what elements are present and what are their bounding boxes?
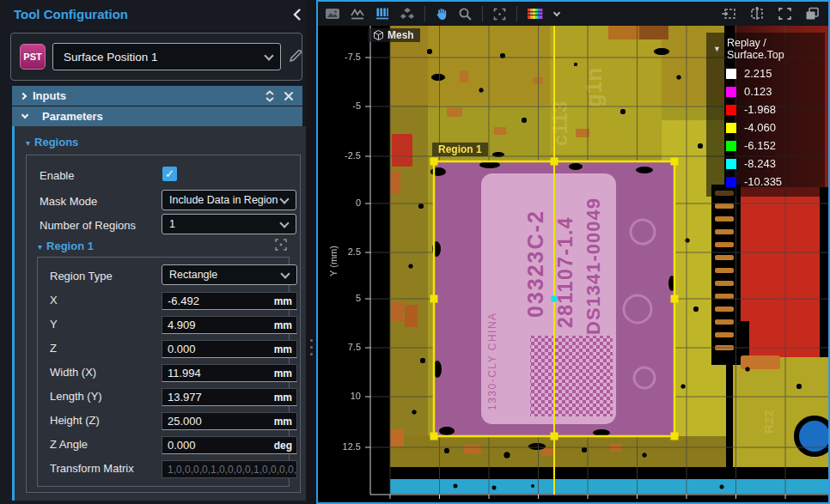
parameters-section-header[interactable]: Parameters — [12, 106, 302, 126]
tool-select-value: Surface Position 1 — [64, 51, 264, 64]
legend-entry: 2.215 — [713, 64, 818, 82]
snap-region-left-icon[interactable] — [721, 7, 736, 21]
pencil-icon[interactable] — [288, 48, 303, 67]
color-swatch — [726, 159, 736, 169]
x-field[interactable]: -6.492mm — [162, 292, 297, 310]
color-swatch — [726, 123, 736, 133]
svg-text:g1n: g1n — [581, 68, 607, 107]
y-axis-label: Y (mm) — [328, 235, 339, 287]
region1-group-box: Region Type Rectangle X -6.492mm Y 4.909… — [37, 257, 290, 487]
mask-mode-label: Mask Mode — [40, 195, 97, 208]
expand-all-icon[interactable] — [265, 90, 275, 102]
mesh-layer-chip[interactable]: Mesh — [368, 28, 420, 42]
length-field[interactable]: 13.977mm — [162, 388, 297, 406]
tool-select-dropdown[interactable]: Surface Position 1 — [52, 43, 281, 70]
palette-icon[interactable] — [527, 7, 543, 21]
color-swatch — [726, 141, 736, 151]
legend-entry: -10.335 — [713, 173, 818, 191]
fullscreen-icon[interactable] — [778, 7, 792, 21]
legend-title: Replay / Surface.Top — [727, 37, 818, 61]
regions-group-box: Enable ✓ Mask Mode Include Data in Regio… — [26, 155, 301, 493]
svg-text:R22: R22 — [761, 410, 776, 434]
snap-region-center-icon[interactable] — [749, 7, 765, 21]
legend-entry: 0.123 — [713, 82, 818, 100]
region-center-handle[interactable] — [552, 296, 558, 302]
surface-view-icon[interactable] — [375, 7, 390, 21]
collapse-panel-icon[interactable] — [290, 8, 304, 21]
checkmark-icon: ✓ — [165, 167, 174, 180]
splitter-grip[interactable] — [306, 335, 316, 360]
mask-mode-dropdown[interactable]: Include Data in Region — [162, 190, 296, 210]
legend-entry: -8.243 — [713, 155, 818, 173]
z-angle-label: Z Angle — [50, 438, 88, 451]
z-label: Z — [50, 342, 57, 355]
chevron-down-icon — [264, 51, 273, 60]
center-region-icon[interactable] — [274, 238, 288, 255]
legend-entry: -1.968 — [713, 100, 818, 118]
parameters-content: ▾Regions Enable ✓ Mask Mode Include Data… — [12, 126, 306, 501]
parameters-header-label: Parameters — [42, 110, 103, 123]
svg-text:DS1341-00049: DS1341-00049 — [583, 197, 604, 335]
triangle-down-icon: ▾ — [38, 242, 42, 252]
svg-text:281107-1.4: 281107-1.4 — [554, 216, 577, 328]
z-field[interactable]: 0.000mm — [162, 340, 297, 358]
height-label: Height (Z) — [50, 414, 100, 427]
x-label: X — [50, 294, 58, 307]
y-label: Y — [50, 318, 58, 331]
chevron-down-icon — [279, 218, 289, 228]
mesh-view-icon[interactable] — [400, 7, 415, 21]
region1-group-toggle[interactable]: ▾Region 1 — [38, 240, 94, 252]
number-of-regions-dropdown[interactable]: 1 — [162, 214, 296, 234]
y-field[interactable]: 4.909mm — [162, 316, 297, 334]
chevron-down-icon — [280, 269, 290, 278]
cube-icon — [374, 30, 383, 40]
collapse-x-icon[interactable] — [284, 91, 294, 101]
region-type-dropdown[interactable]: Rectangle — [162, 264, 297, 285]
regions-group-toggle[interactable]: ▾Regions — [26, 136, 78, 149]
transform-matrix-label: Transform Matrix — [50, 462, 134, 475]
tool-selector-card: PST Surface Position 1 — [10, 33, 302, 81]
svg-text:03323C-2: 03323C-2 — [523, 209, 547, 318]
chevron-down-icon — [279, 194, 289, 203]
color-swatch — [726, 87, 736, 97]
chevron-down-icon — [21, 115, 35, 118]
enable-label: Enable — [40, 169, 74, 182]
triangle-down-icon: ▾ — [26, 138, 30, 148]
chevron-right-icon — [21, 94, 26, 99]
color-swatch — [726, 69, 736, 79]
fit-view-icon[interactable] — [492, 7, 507, 21]
app-window: Tool Configuration PST Surface Position … — [0, 0, 830, 504]
legend-entry: -4.060 — [713, 118, 818, 137]
zoom-icon[interactable] — [458, 7, 473, 21]
number-of-regions-label: Number of Regions — [40, 219, 136, 232]
inputs-header-label: Inputs — [33, 89, 66, 102]
z-angle-field[interactable]: 0.000deg — [162, 436, 297, 454]
data-viewer-panel: g1n c113 R22 — [316, 0, 830, 504]
colormap-legend: ▼ Replay / Surface.Top 2.215 0.123 -1.96… — [706, 33, 825, 197]
legend-collapse-icon[interactable]: ▼ — [713, 45, 721, 53]
tool-configuration-panel: Tool Configuration PST Surface Position … — [0, 0, 306, 504]
image-view-icon[interactable] — [325, 7, 340, 21]
color-swatch — [726, 105, 736, 115]
tool-type-badge: PST — [20, 44, 46, 70]
heightmap-canvas[interactable]: g1n c113 R22 — [318, 26, 828, 501]
profile-view-icon[interactable] — [350, 7, 365, 21]
region-type-label: Region Type — [50, 270, 113, 282]
viewer-toolbar — [318, 2, 828, 26]
height-field[interactable]: 25.000mm — [162, 412, 297, 430]
transform-matrix-field: 1,0,0,0,0,1,0,0,0,0,1,0,0,0,0,1 — [162, 460, 297, 478]
width-label: Width (X) — [50, 366, 96, 379]
pan-hand-icon[interactable] — [435, 7, 449, 21]
color-swatch — [726, 177, 736, 187]
region-label-chip: Region 1 — [432, 143, 488, 156]
panel-splitter[interactable] — [306, 0, 316, 504]
inputs-section-header[interactable]: Inputs — [12, 86, 302, 106]
panel-title: Tool Configuration — [14, 7, 128, 21]
width-field[interactable]: 11.994mm — [162, 364, 297, 382]
svg-text:c113: c113 — [548, 101, 571, 146]
legend-entry: -6.152 — [713, 137, 818, 155]
palette-dropdown-icon[interactable] — [552, 12, 567, 15]
enable-checkbox[interactable]: ✓ — [162, 167, 177, 181]
layers-icon[interactable] — [805, 7, 820, 21]
length-label: Length (Y) — [50, 390, 102, 403]
